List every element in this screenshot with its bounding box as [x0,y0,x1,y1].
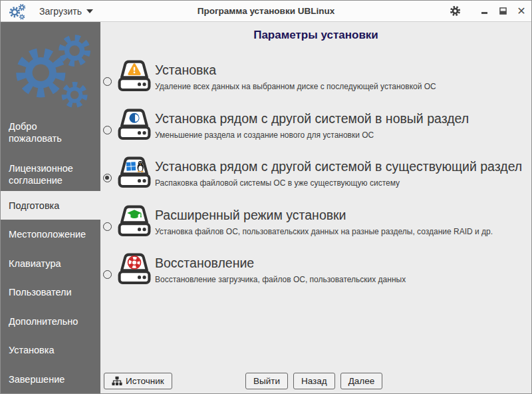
sidebar-item-label: Установка [9,344,55,356]
option-description: Установка файлов ОС, пользовательских да… [155,227,493,236]
drive-graduation-icon [116,205,153,241]
sidebar-item-welcome[interactable]: Добро пожаловать [1,112,100,153]
exit-button[interactable]: Выйти [245,373,288,389]
drive-dualboot-icon [116,156,153,192]
sidebar-item-label: Завершение [9,373,65,385]
sidebar-item-label: Клавиатура [9,258,61,270]
titlebar: Загрузить Программа установки UBLinux [1,1,531,22]
option-title: Установка [155,62,436,78]
sidebar: Добро пожаловать Лицензионное соглашение… [1,22,100,394]
sidebar-item-label: Пользователи [9,286,72,298]
back-button[interactable]: Назад [293,373,335,389]
option-radio[interactable] [103,270,112,279]
option-description: Распаковка файловой системы ОС в уже сущ… [155,178,522,188]
sidebar-item-users[interactable]: Пользователи [1,278,100,307]
sidebar-item-label: Лицензионное соглашение [9,162,87,186]
option-title: Установка рядом с другой системой в новы… [155,110,469,126]
sidebar-item-label: Добро пожаловать [9,120,87,144]
option-title: Установка рядом с другой системой в суще… [155,158,522,174]
drive-warning-icon [116,60,153,96]
option-description: Уменьшение раздела и создание нового для… [155,130,469,140]
source-button-label: Источник [126,376,164,386]
option-radio[interactable] [103,174,112,182]
option-radio[interactable] [103,77,112,86]
close-icon[interactable]: ✕ [517,6,526,17]
option-install-existing-partition[interactable]: Установка рядом с другой системой в суще… [103,156,529,190]
gear-icon[interactable] [450,5,461,17]
option-install[interactable]: Установка Удаление всех данных на выбран… [103,60,529,93]
option-install-new-partition[interactable]: Установка рядом с другой системой в новы… [103,108,529,142]
sidebar-item-label: Подготовка [9,200,59,212]
sidebar-item-preparation[interactable]: Подготовка [1,191,100,220]
maximize-button[interactable] [498,6,507,17]
option-description: Удаление всех данных на выбранном диске … [155,82,436,91]
drive-partition-icon [116,108,153,144]
chevron-down-icon [86,9,93,13]
source-button[interactable]: Источник [104,373,172,389]
gears-icon [7,2,26,20]
content-area: Параметры установки Установка [100,22,531,394]
sidebar-item-location[interactable]: Местоположение [1,220,100,249]
installer-window: Загрузить Программа установки UBLinux [0,0,532,394]
load-button[interactable]: Загрузить [39,6,93,17]
sidebar-item-keyboard[interactable]: Клавиатура [1,249,100,278]
next-button[interactable]: Далее [340,373,383,389]
load-button-label: Загрузить [39,6,82,17]
gears-logo-icon [6,26,94,112]
option-advanced-mode[interactable]: Расширенный режим установки Установка фа… [103,205,529,238]
option-radio[interactable] [103,222,112,231]
sidebar-item-label: Местоположение [9,228,86,240]
sidebar-item-additional[interactable]: Дополнительно [1,307,100,335]
option-recovery[interactable]: Восстановление Восстановление загрузчика… [103,253,529,286]
drive-lifebuoy-icon [116,253,153,289]
sidebar-item-finish[interactable]: Завершение [1,365,100,394]
option-title: Расширенный режим установки [155,207,493,223]
sidebar-item-label: Дополнительно [9,315,78,327]
option-radio[interactable] [103,126,112,134]
network-icon [112,376,122,386]
sidebar-item-license[interactable]: Лицензионное соглашение [1,154,100,195]
option-title: Восстановление [155,255,406,271]
minimize-button[interactable] [479,6,489,17]
sidebar-item-installation[interactable]: Установка [1,335,100,365]
option-description: Восстановление загрузчика, файлов ОС, по… [155,275,406,284]
page-title: Параметры установки [100,29,531,42]
